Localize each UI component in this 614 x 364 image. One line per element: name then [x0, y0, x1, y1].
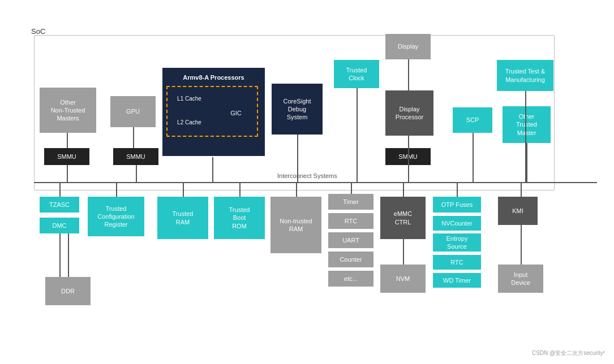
box-timer: Timer: [328, 194, 373, 210]
vline-display-top: [408, 59, 409, 90]
box-counter: Counter: [328, 252, 373, 267]
box-trusted-clock: Trusted Clock: [334, 60, 379, 88]
vline-otp: [457, 182, 458, 197]
box-nv-counter: NVCounter: [433, 216, 481, 231]
soc-label: SoC: [31, 27, 45, 36]
box-ddr: DDR: [45, 277, 91, 305]
box-other-trusted-master: Other Trusted Master: [503, 106, 551, 143]
box-non-trusted-ram: Non-trusted RAM: [270, 197, 321, 253]
orange-dashed: [166, 86, 258, 137]
vline-non-trusted-ram: [296, 182, 297, 197]
vline-dmc-ddr: [59, 233, 61, 277]
box-display: Display: [385, 34, 431, 59]
vline-timer-group: [351, 182, 352, 194]
vline-nontrusted-smmu1: [67, 133, 68, 148]
vline-armv8-interconnect: [212, 157, 213, 182]
interconnect-label: Interconnect Systems: [277, 172, 337, 179]
vline-input-device: [521, 225, 522, 265]
vline-scp: [473, 133, 474, 182]
watermark: CSDN @安全二次方security²: [532, 349, 605, 357]
box-otp-fuses: OTP Fuses: [433, 197, 481, 213]
vline-smmu2-interconnect: [136, 165, 137, 182]
box-kmi: KMI: [498, 197, 538, 225]
box-trusted-test: Trusted Test & Manufacturing: [497, 60, 553, 91]
interconnect-line: [34, 182, 597, 183]
box-smmu2: SMMU: [113, 148, 158, 165]
box-tzasc: TZASC: [40, 197, 79, 213]
box-input-device: Input Device: [498, 265, 543, 293]
vline-trusted-ram: [183, 182, 184, 197]
box-trusted-ram: Trusted RAM: [157, 197, 208, 239]
box-etc: etc...: [328, 271, 373, 287]
vline-smmu1-interconnect: [67, 165, 68, 182]
box-emmc-ctrl: eMMC CTRL: [380, 197, 426, 239]
vline-gpu-smmu2: [133, 127, 134, 148]
box-trusted-config-reg: Trusted Configuration Register: [88, 197, 144, 236]
vline-trusted-clock: [357, 88, 358, 182]
vline-trusted-config: [116, 182, 117, 197]
vline-smmu3-interconnect: [408, 165, 409, 182]
box-entropy-source: Entropy Source: [433, 233, 481, 252]
vline-emmc: [403, 182, 404, 197]
box-uart: UART: [328, 232, 373, 248]
vline-ddr: [68, 233, 69, 277]
box-wd-timer: WD Timer: [433, 273, 481, 288]
box-smmu1: SMMU: [44, 148, 89, 165]
box-scp: SCP: [453, 107, 492, 133]
box-nvm: NVM: [380, 265, 426, 293]
box-rtc1: RTC: [328, 213, 373, 229]
vline-nvm: [403, 239, 404, 265]
box-rtc2: RTC: [433, 255, 481, 270]
box-other-non-trusted: Other Non-Trusted Masters: [40, 88, 96, 133]
vline-other-trusted: [526, 143, 527, 182]
box-dmc: DMC: [40, 218, 79, 233]
vline-tzasc-top: [59, 182, 61, 197]
box-display-processor: Display Processor: [385, 90, 433, 136]
vline-kmi: [521, 182, 522, 197]
vline-trusted-boot: [239, 182, 241, 197]
box-trusted-boot-rom: Trusted Boot ROM: [214, 197, 265, 239]
vline-coresight-interconnect: [297, 135, 298, 182]
box-armv8: Armv8-A Processors L1 Cache L2 Cache GIC: [161, 67, 266, 157]
box-coresight: CoreSight Debug System: [272, 84, 323, 135]
diagram-container: SoC Other Non-Trusted Masters GPU Armv8-…: [0, 0, 614, 364]
box-gpu: GPU: [110, 96, 156, 127]
